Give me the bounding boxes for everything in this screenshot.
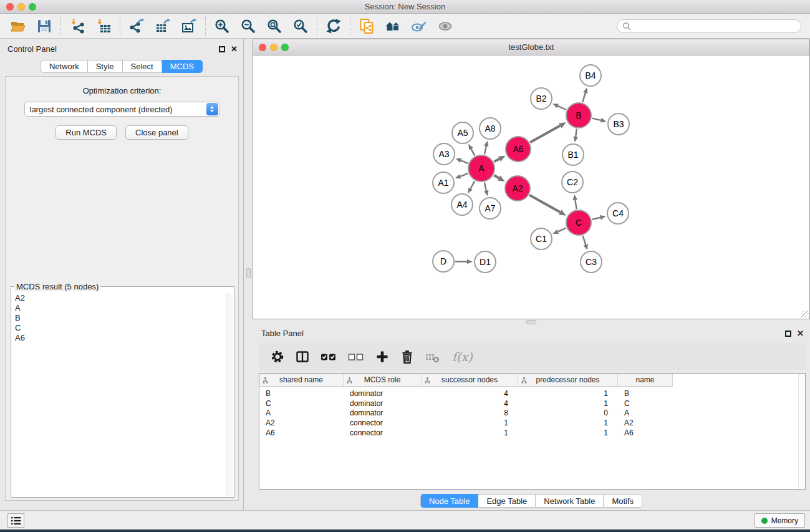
resize-handle[interactable] (801, 311, 809, 318)
table-row-c[interactable]: Cdominator41C (259, 399, 805, 409)
table-scrollbar[interactable] (798, 374, 805, 489)
tab-motifs[interactable]: Motifs (604, 494, 642, 508)
graph-edge-B-B4[interactable] (582, 93, 585, 102)
show-graphics-details-icon[interactable] (432, 16, 458, 37)
graph-node-B[interactable]: B (566, 103, 591, 128)
zoom-network-light[interactable] (281, 44, 289, 51)
deselect-all-checkboxes-icon[interactable] (347, 349, 365, 364)
criterion-dropdown[interactable]: largest connected component (directed) (24, 102, 220, 117)
network-window-titlebar[interactable]: testGlobe.txt (253, 39, 809, 56)
import-network-icon[interactable] (64, 16, 90, 37)
graph-edge-A-A7[interactable] (485, 182, 486, 190)
table-settings-gear-icon[interactable] (270, 349, 285, 364)
divider-grip-horizontal[interactable] (526, 320, 536, 324)
close-network-light[interactable] (259, 44, 266, 51)
graph-node-B4[interactable]: B4 (580, 65, 601, 86)
clone-network-icon[interactable] (354, 16, 380, 37)
task-history-button[interactable] (7, 513, 24, 528)
result-item-a2[interactable]: A2 (12, 293, 226, 303)
search-input[interactable] (634, 21, 796, 31)
delete-table-icon[interactable] (425, 349, 440, 364)
result-item-a[interactable]: A (12, 303, 226, 313)
graph-node-B1[interactable]: B1 (562, 144, 584, 165)
graph-node-A2[interactable]: A2 (505, 176, 530, 201)
graph-edge-B-B2[interactable] (557, 106, 566, 110)
zoom-in-icon[interactable] (209, 16, 235, 37)
zoom-fit-icon[interactable] (261, 16, 287, 37)
export-network-icon[interactable] (123, 16, 150, 37)
close-window-light[interactable] (6, 3, 14, 11)
divider-grip-vertical[interactable] (246, 268, 251, 278)
function-builder-icon[interactable]: f(x) (452, 350, 473, 364)
graph-node-C2[interactable]: C2 (562, 172, 583, 193)
open-file-icon[interactable] (5, 16, 31, 37)
tab-mcds[interactable]: MCDS (162, 60, 203, 73)
tab-edge-table[interactable]: Edge Table (478, 494, 536, 508)
graph-edge-B-B3[interactable] (592, 118, 600, 120)
graph-node-C3[interactable]: C3 (581, 251, 602, 273)
result-item-a6[interactable]: A6 (12, 333, 226, 343)
minimize-network-light[interactable] (270, 44, 277, 51)
graph-edge-A6-B[interactable] (530, 126, 560, 143)
table-row-b[interactable]: Bdominator41B (259, 389, 805, 399)
graph-edge-C-C1[interactable] (558, 228, 566, 232)
graph-edge-A-A4[interactable] (471, 181, 475, 188)
graph-edge-C-C2[interactable] (575, 200, 576, 210)
export-table-icon[interactable] (150, 16, 176, 37)
toggle-columns-icon[interactable] (295, 349, 310, 364)
result-item-b[interactable]: B (12, 313, 226, 323)
show-all-networks-icon[interactable] (380, 16, 406, 37)
graph-node-A[interactable]: A (468, 155, 494, 181)
graph-node-A8[interactable]: A8 (480, 118, 501, 139)
graph-node-B2[interactable]: B2 (531, 88, 552, 109)
table-row-a2[interactable]: A2connector11A2 (259, 418, 805, 428)
close-panel-icon[interactable]: ✕ (797, 330, 804, 337)
search-box[interactable] (617, 19, 801, 33)
node-table[interactable]: shared nameMCDS rolesuccessor nodesprede… (259, 373, 806, 490)
graph-node-A5[interactable]: A5 (452, 122, 473, 143)
tab-network-table[interactable]: Network Table (536, 494, 604, 508)
delete-entry-trash-icon[interactable] (400, 349, 415, 364)
graph-edge-A-A3[interactable] (461, 160, 468, 163)
column-header-shared-name[interactable]: shared name (259, 374, 344, 387)
close-panel-icon[interactable]: ✕ (231, 46, 238, 53)
float-panel-icon[interactable] (219, 46, 225, 52)
table-row-a6[interactable]: A6connector11A6 (259, 428, 805, 438)
minimize-window-light[interactable] (17, 3, 25, 11)
column-header-successor-nodes[interactable]: successor nodes (422, 374, 518, 387)
save-session-icon[interactable] (31, 16, 57, 37)
float-panel-icon[interactable] (785, 331, 791, 337)
memory-button[interactable]: Memory (755, 513, 805, 528)
graph-node-A3[interactable]: A3 (433, 143, 455, 165)
graph-edge-A-A6[interactable] (494, 159, 499, 162)
tab-style[interactable]: Style (88, 60, 123, 73)
graph-node-C1[interactable]: C1 (531, 228, 552, 249)
graph-node-A1[interactable]: A1 (433, 172, 454, 193)
graph-node-A4[interactable]: A4 (451, 194, 473, 215)
tab-select[interactable]: Select (123, 60, 162, 73)
zoom-window-light[interactable] (29, 3, 36, 11)
network-canvas[interactable]: B4B2BB3A8A5A6A3B1AA1C2A2A4A7C4CC1C3DD1 (253, 56, 809, 319)
close-panel-button[interactable]: Close panel (125, 125, 188, 140)
graph-node-D[interactable]: D (433, 251, 454, 272)
tab-node-table[interactable]: Node Table (420, 494, 479, 508)
column-header-name[interactable]: name (618, 374, 673, 387)
graph-edge-A-A5[interactable] (471, 149, 475, 156)
select-all-checkboxes-icon[interactable] (320, 349, 337, 364)
tab-network[interactable]: Network (41, 60, 88, 73)
refresh-icon[interactable] (321, 16, 347, 37)
graph-edge-A-A8[interactable] (485, 146, 486, 154)
graph-edge-C-C3[interactable] (583, 236, 586, 244)
graph-edge-B-B1[interactable] (576, 129, 577, 137)
add-entry-icon[interactable] (375, 349, 390, 364)
export-image-icon[interactable] (176, 16, 202, 37)
column-header-mcds-role[interactable]: MCDS role (344, 374, 422, 387)
graph-edge-A-A1[interactable] (460, 173, 468, 177)
graph-node-C4[interactable]: C4 (607, 203, 629, 224)
graph-node-C[interactable]: C (566, 210, 591, 235)
result-scrollbar[interactable] (226, 293, 233, 496)
run-mcds-button[interactable]: Run MCDS (55, 125, 117, 140)
result-item-c[interactable]: C (12, 323, 226, 333)
import-table-icon[interactable] (90, 16, 117, 37)
zoom-selected-icon[interactable] (287, 16, 314, 37)
